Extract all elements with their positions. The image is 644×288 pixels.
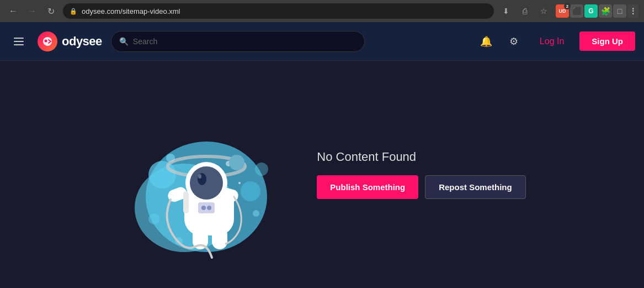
browser-chrome: ← → ↻ 🔒 odysee.com/sitemap-video.xml ⬇ ⎙… [0, 0, 644, 22]
grammarly-icon[interactable]: G [584, 4, 598, 18]
svg-point-5 [255, 163, 268, 176]
login-button[interactable]: Log In [531, 32, 573, 51]
svg-point-16 [229, 155, 244, 170]
extension-icons: UD 2 ⬛ G 🧩 □ ⋮ [556, 4, 638, 18]
back-button[interactable]: ← [6, 3, 21, 19]
download-button[interactable]: ⬇ [498, 3, 514, 19]
header-actions: 🔔 ⚙ Log In Sign Up [476, 31, 635, 52]
astronaut-illustration [118, 86, 284, 263]
settings-button[interactable]: ⚙ [503, 31, 524, 52]
publish-button[interactable]: Publish Something [317, 175, 418, 199]
action-buttons: Publish Something Repost Something [317, 175, 525, 199]
share-button[interactable]: ⎙ [517, 3, 533, 19]
repost-button[interactable]: Repost Something [425, 175, 526, 199]
reload-button[interactable]: ↻ [43, 3, 58, 19]
browser-toolbar: ← → ↻ 🔒 odysee.com/sitemap-video.xml ⬇ ⎙… [0, 0, 644, 22]
svg-point-0 [45, 39, 47, 42]
svg-point-12 [238, 182, 241, 184]
search-icon: 🔍 [119, 37, 129, 46]
app-content: odysee 🔍 🔔 ⚙ Log In Sign Up [0, 22, 644, 288]
svg-point-3 [148, 161, 176, 188]
url-text: odysee.com/sitemap-video.xml [82, 7, 487, 15]
ext4-icon[interactable]: 🧩 [599, 4, 612, 18]
logo[interactable]: odysee [38, 32, 102, 51]
no-content-title: No Content Found [317, 150, 416, 164]
svg-rect-27 [198, 202, 215, 213]
signup-button[interactable]: Sign Up [579, 32, 635, 51]
bookmark-button[interactable]: ☆ [536, 3, 551, 19]
ud-extension-icon[interactable]: UD 2 [556, 4, 569, 18]
main-content: No Content Found Publish Something Repos… [0, 61, 644, 288]
lock-icon: 🔒 [70, 8, 77, 15]
hamburger-menu-button[interactable] [9, 32, 29, 51]
address-bar[interactable]: 🔒 odysee.com/sitemap-video.xml [63, 3, 494, 19]
svg-point-28 [201, 206, 206, 210]
svg-point-24 [190, 166, 223, 200]
ext6-icon[interactable]: ⋮ [627, 4, 638, 18]
app-header: odysee 🔍 🔔 ⚙ Log In Sign Up [0, 22, 644, 61]
ext5-icon[interactable]: □ [613, 4, 626, 18]
svg-point-8 [148, 213, 159, 224]
notification-button[interactable]: 🔔 [476, 31, 497, 52]
forward-button[interactable]: → [24, 3, 40, 19]
svg-point-4 [241, 181, 260, 201]
browser-actions: ⬇ ⎙ ☆ [498, 3, 551, 19]
no-content-panel: No Content Found Publish Something Repos… [317, 150, 525, 199]
svg-rect-22 [183, 191, 189, 213]
svg-point-7 [253, 210, 259, 217]
logo-icon [38, 32, 57, 51]
logo-text: odysee [62, 34, 102, 49]
ext2-icon[interactable]: ⬛ [570, 4, 583, 18]
search-input[interactable] [133, 37, 356, 46]
svg-point-29 [207, 206, 211, 210]
nav-buttons: ← → ↻ [6, 3, 58, 19]
search-bar[interactable]: 🔍 [111, 31, 365, 52]
svg-point-26 [198, 174, 201, 179]
